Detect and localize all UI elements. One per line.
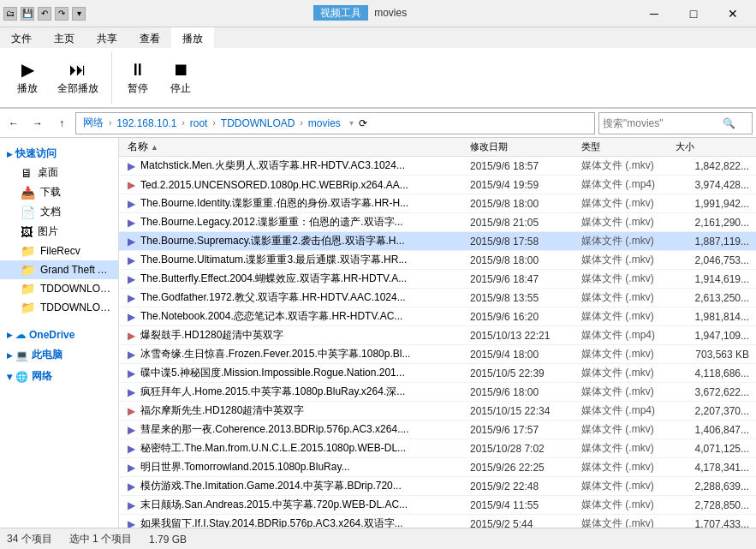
table-row[interactable]: ▶ 福尔摩斯先生.HD1280超清中英双字 2015/10/15 22:34 媒…: [119, 402, 756, 421]
file-name-cell: ▶ The.Bourne.Ultimatum.谍影重重3.最后通牒.双语字幕.H…: [122, 251, 465, 269]
search-input[interactable]: [603, 117, 723, 129]
play-btn[interactable]: ▶ 播放: [7, 55, 48, 100]
table-row[interactable]: ▶ The.Bourne.Ultimatum.谍影重重3.最后通牒.双语字幕.H…: [119, 251, 756, 270]
quick-access-group[interactable]: ▸ 快速访问: [0, 141, 118, 163]
tab-view[interactable]: 查看: [128, 27, 171, 48]
file-name-label: 福尔摩斯先生.HD1280超清中英双字: [140, 403, 304, 418]
address-path[interactable]: 网络 › 192.168.10.1 › root › TDDOWNLOAD › …: [75, 112, 595, 134]
forward-button[interactable]: →: [27, 113, 48, 134]
sidebar-item-filerecv[interactable]: 📁 FileRecv: [0, 242, 118, 260]
col-header-date[interactable]: 修改日期: [465, 139, 576, 155]
table-row[interactable]: ▶ The.Butterfly.Effect.2004.蝴蝶效应.双语字幕.HR…: [119, 270, 756, 289]
play-all-icon: ⏭: [69, 60, 86, 80]
file-name-cell: ▶ 模仿游戏.The.Imitation.Game.2014.中英字幕.BDri…: [122, 477, 465, 495]
table-row[interactable]: ▶ Ted.2.2015.UNCENSORED.1080p.HC.WEBRip.…: [119, 176, 756, 194]
search-icon[interactable]: 🔍: [723, 117, 735, 129]
file-date-cell: 2015/9/8 18:00: [465, 253, 576, 268]
col-header-size[interactable]: 大小: [670, 139, 756, 155]
table-row[interactable]: ▶ 爆裂鼓手.HD1280超清中英双字 2015/10/13 22:21 媒体文…: [119, 326, 756, 345]
file-name-label: 疯狂拜年人.Home.2015.中英字幕.1080p.BluRay.x264.深…: [140, 385, 405, 399]
computer-icon: 💻: [15, 349, 28, 361]
refresh-icon[interactable]: ⟳: [359, 117, 367, 129]
pause-btn[interactable]: ⏸ 暂停: [117, 56, 158, 100]
table-row[interactable]: ▶ 明日世界.Tomorrowland.2015.1080p.BluRay...…: [119, 458, 756, 477]
file-type-cell: 媒体文件 (.mp4): [576, 176, 670, 194]
network-icon: 🌐: [15, 371, 28, 383]
file-size-cell: 1,406,847...: [670, 422, 756, 438]
sidebar-item-documents[interactable]: 📄 文档: [0, 202, 118, 222]
tab-play[interactable]: 播放: [171, 27, 214, 48]
path-root[interactable]: root: [187, 117, 211, 129]
up-button[interactable]: ↑: [51, 113, 72, 134]
table-row[interactable]: ▶ The.Bourne.Supremacy.谍影重重2.袭击伯恩.双语字幕.H…: [119, 232, 756, 251]
minimize-button[interactable]: ─: [634, 0, 674, 27]
computer-group[interactable]: ▸ 💻 此电脑: [0, 343, 118, 364]
sidebar-item-tddownload1[interactable]: 📁 TDDOWNLOAD: [0, 279, 118, 298]
table-row[interactable]: ▶ Matchstick.Men.火柴男人.双语字幕.HR-HDTV.AC3.1…: [119, 157, 756, 176]
tab-file[interactable]: 文件: [0, 27, 43, 48]
table-row[interactable]: ▶ 如果我留下.If.I.Stay.2014.BDRip.576p.AC3.x2…: [119, 515, 756, 528]
search-box[interactable]: 🔍: [598, 112, 753, 134]
column-headers: 名称 ▲ 修改日期 类型 大小: [119, 138, 756, 157]
undo-btn[interactable]: ↶: [38, 7, 51, 21]
sidebar-item-tddownload2[interactable]: 📁 TDDOWNLOAD: [0, 298, 118, 317]
tab-home[interactable]: 主页: [43, 27, 86, 48]
file-name-label: 冰雪奇缘.生日惊喜.Frozen.Fever.2015.中英字幕.1080p.B…: [140, 347, 410, 361]
sidebar-item-gta[interactable]: 📁 Grand Theft Auto: [0, 260, 118, 279]
file-name-cell: ▶ 彗星来的那一夜.Coherence.2013.BDRip.576p.AC3.…: [122, 421, 465, 439]
play-label: 播放: [17, 81, 38, 96]
path-ip[interactable]: 192.168.10.1: [113, 117, 180, 129]
tab-share[interactable]: 共享: [86, 27, 128, 48]
onedrive-group[interactable]: ▸ ☁ OneDrive: [0, 324, 118, 343]
file-name-cell: ▶ 秘密特工.The.Man.from.U.N.C.L.E.2015.1080p…: [122, 439, 465, 457]
quick-access-btn[interactable]: 💾: [21, 7, 34, 21]
network-group[interactable]: ▾ 🌐 网络: [0, 364, 118, 385]
table-row[interactable]: ▶ 疯狂拜年人.Home.2015.中英字幕.1080p.BluRay.x264…: [119, 383, 756, 402]
sidebar-item-desktop[interactable]: 🖥 桌面: [0, 163, 118, 182]
maximize-button[interactable]: □: [674, 0, 713, 27]
close-button[interactable]: ✕: [713, 0, 753, 27]
ribbon-commands: ▶ 播放 ⏭ 全部播放 ⏸ 暂停 ⏹ 停止: [0, 48, 756, 108]
sidebar-documents-label: 文档: [40, 205, 61, 219]
file-type-cell: 媒体文件 (.mkv): [576, 194, 670, 212]
sidebar-item-pictures[interactable]: 🖼 图片: [0, 222, 118, 242]
file-date-cell: 2015/10/28 7:02: [465, 441, 576, 457]
path-tddownload[interactable]: TDDOWNLOAD: [217, 117, 299, 129]
file-name-cell: ▶ 碟中谍5.神秘国度.Mission.Impossible.Rogue.Nat…: [122, 364, 465, 382]
file-date-cell: 2015/9/8 17:58: [465, 234, 576, 249]
path-dropdown-arrow[interactable]: ▾: [349, 118, 354, 128]
play-all-btn[interactable]: ⏭ 全部播放: [50, 56, 106, 100]
file-name-label: Ted.2.2015.UNCENSORED.1080p.HC.WEBRip.x2…: [140, 179, 408, 191]
file-size-cell: 703,563 KB: [670, 347, 756, 362]
table-row[interactable]: ▶ 彗星来的那一夜.Coherence.2013.BDRip.576p.AC3.…: [119, 421, 756, 439]
path-movies[interactable]: movies: [305, 117, 344, 129]
pause-icon: ⏸: [129, 60, 146, 80]
table-row[interactable]: ▶ The.Godfather.1972.教父.双语字幕.HR-HDTV.AAC…: [119, 289, 756, 307]
table-row[interactable]: ▶ 秘密特工.The.Man.from.U.N.C.L.E.2015.1080p…: [119, 439, 756, 458]
table-row[interactable]: ▶ 碟中谍5.神秘国度.Mission.Impossible.Rogue.Nat…: [119, 364, 756, 383]
file-name-label: 碟中谍5.神秘国度.Mission.Impossible.Rogue.Natio…: [140, 366, 405, 380]
table-row[interactable]: ▶ 模仿游戏.The.Imitation.Game.2014.中英字幕.BDri…: [119, 477, 756, 496]
back-button[interactable]: ←: [3, 113, 24, 134]
dropdown-btn[interactable]: ▾: [72, 7, 86, 21]
col-header-type[interactable]: 类型: [576, 139, 670, 155]
onedrive-label: OneDrive: [29, 329, 74, 341]
col-header-name[interactable]: 名称 ▲: [122, 138, 465, 156]
table-row[interactable]: ▶ 末日颠场.San.Andreas.2015.中英字幕.720p.WEB-DL…: [119, 496, 756, 515]
table-row[interactable]: ▶ 冰雪奇缘.生日惊喜.Frozen.Fever.2015.中英字幕.1080p…: [119, 345, 756, 364]
ribbon: 文件 主页 共享 查看 播放 ▶ 播放 ⏭ 全部播放 ⏸ 暂停 ⏹ 停止: [0, 27, 756, 109]
stop-btn[interactable]: ⏹ 停止: [160, 56, 201, 100]
file-size-cell: 1,707,433...: [670, 516, 756, 528]
file-date-cell: 2015/9/26 22:25: [465, 460, 576, 475]
title-bar-title: 视频工具 movies: [86, 6, 634, 21]
file-size-cell: 4,118,686...: [670, 366, 756, 381]
file-name-cell: ▶ Matchstick.Men.火柴男人.双语字幕.HR-HDTV.AC3.1…: [122, 157, 465, 175]
redo-btn[interactable]: ↷: [55, 7, 68, 21]
path-network[interactable]: 网络: [80, 116, 107, 130]
sidebar-item-downloads[interactable]: 📥 下载: [0, 182, 118, 202]
table-row[interactable]: ▶ The.Notebook.2004.恋恋笔记本.双语字幕.HR-HDTV.A…: [119, 307, 756, 326]
table-row[interactable]: ▶ The.Bourne.Identity.谍影重重.伯恩的身份.双语字幕.HR…: [119, 194, 756, 213]
sidebar-tddownload2-label: TDDOWNLOAD: [40, 301, 111, 313]
file-type-icon: ▶: [128, 217, 135, 229]
table-row[interactable]: ▶ The.Bourne.Legacy.2012.谍影重重：伯恩的遗产.双语字.…: [119, 213, 756, 232]
